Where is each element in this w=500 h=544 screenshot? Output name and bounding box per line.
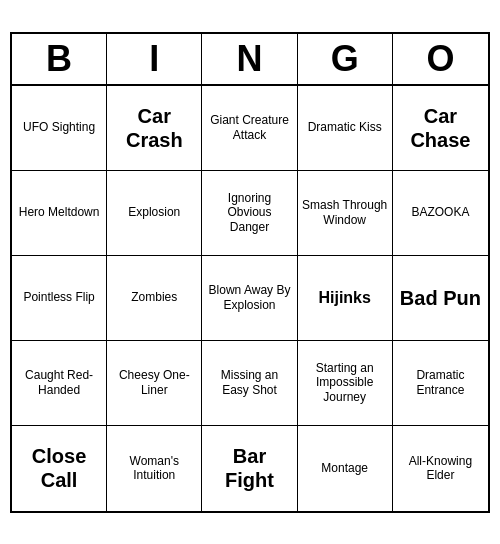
bingo-cell[interactable]: Dramatic Kiss	[298, 86, 393, 171]
bingo-cell[interactable]: Bar Fight	[202, 426, 297, 511]
bingo-cell[interactable]: Car Chase	[393, 86, 488, 171]
bingo-cell[interactable]: Cheesy One-Liner	[107, 341, 202, 426]
bingo-cell[interactable]: Close Call	[12, 426, 107, 511]
header-letter: O	[393, 34, 488, 84]
bingo-cell[interactable]: Smash Through Window	[298, 171, 393, 256]
bingo-cell[interactable]: Woman's Intuition	[107, 426, 202, 511]
bingo-cell[interactable]: Hijinks	[298, 256, 393, 341]
bingo-cell[interactable]: Caught Red-Handed	[12, 341, 107, 426]
bingo-cell[interactable]: Missing an Easy Shot	[202, 341, 297, 426]
bingo-cell[interactable]: Bad Pun	[393, 256, 488, 341]
bingo-header: BINGO	[12, 34, 488, 86]
bingo-cell[interactable]: UFO Sighting	[12, 86, 107, 171]
bingo-cell[interactable]: Car Crash	[107, 86, 202, 171]
bingo-cell[interactable]: Explosion	[107, 171, 202, 256]
bingo-cell[interactable]: Hero Meltdown	[12, 171, 107, 256]
bingo-card: BINGO UFO SightingCar CrashGiant Creatur…	[10, 32, 490, 513]
bingo-cell[interactable]: Montage	[298, 426, 393, 511]
header-letter: B	[12, 34, 107, 84]
bingo-cell[interactable]: Dramatic Entrance	[393, 341, 488, 426]
bingo-cell[interactable]: Pointless Flip	[12, 256, 107, 341]
bingo-grid: UFO SightingCar CrashGiant Creature Atta…	[12, 86, 488, 511]
bingo-cell[interactable]: All-Knowing Elder	[393, 426, 488, 511]
bingo-cell[interactable]: Starting an Impossible Journey	[298, 341, 393, 426]
header-letter: G	[298, 34, 393, 84]
bingo-cell[interactable]: BAZOOKA	[393, 171, 488, 256]
header-letter: I	[107, 34, 202, 84]
bingo-cell[interactable]: Giant Creature Attack	[202, 86, 297, 171]
header-letter: N	[202, 34, 297, 84]
bingo-cell[interactable]: Blown Away By Explosion	[202, 256, 297, 341]
bingo-cell[interactable]: Zombies	[107, 256, 202, 341]
bingo-cell[interactable]: Ignoring Obvious Danger	[202, 171, 297, 256]
